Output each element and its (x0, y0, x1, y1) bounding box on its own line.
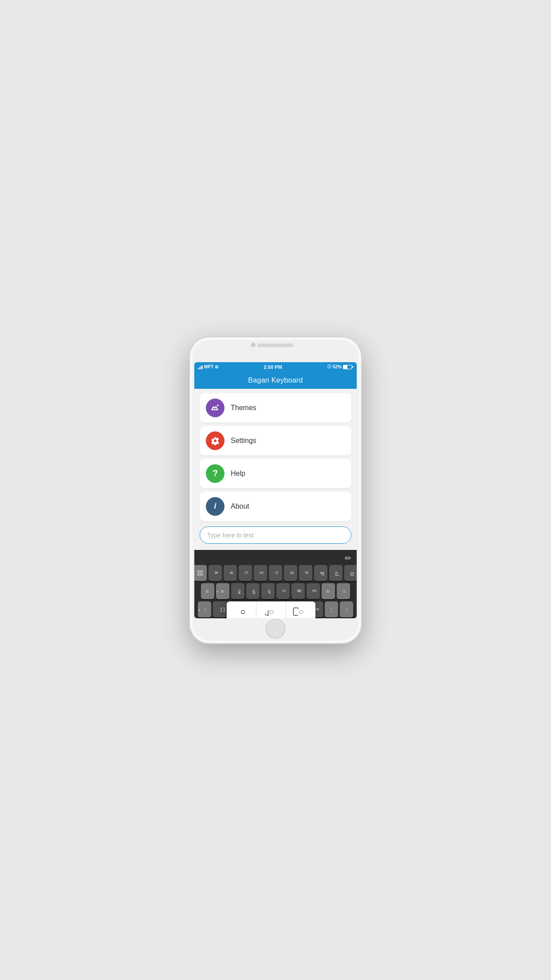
keyboard-toolbar-icon[interactable]: ✏ (345, 553, 351, 563)
keyboard-toolbar: ✏ (196, 553, 355, 565)
keyboard-row-1: ဿ ခ ဂ ဃ င ဆ ဇ ဈ ဉ ည (196, 565, 355, 581)
key-char-n[interactable]: ဎ (276, 583, 290, 599)
home-button[interactable] (266, 619, 285, 639)
key-char-e[interactable]: င (269, 565, 282, 581)
popup-char-1[interactable]: ဝ (227, 601, 256, 618)
front-camera (251, 343, 256, 347)
key-char-c[interactable]: ဂ (239, 565, 252, 581)
wifi-icon: ⊜ (215, 364, 218, 369)
battery-fill (343, 365, 347, 369)
svg-point-9 (201, 574, 203, 576)
keyboard-rows: ဿ ခ ဂ ဃ င ဆ ဇ ဈ ဉ ည (196, 565, 355, 618)
status-right: ⓘ 52% (327, 364, 353, 370)
key-e-vowel[interactable]: ေ (198, 601, 211, 617)
themes-icon (206, 399, 224, 417)
time-display: 2:50 PM (264, 364, 282, 370)
help-label: Help (231, 470, 245, 478)
help-icon: ? (206, 464, 224, 483)
battery-tip (352, 366, 353, 368)
character-popup: ဝ ျ ြ ၢ ၣ ၤ ၦ ၧ ၨ (227, 601, 315, 618)
key-char-p[interactable]: တ (307, 583, 320, 599)
svg-point-5 (200, 572, 201, 573)
settings-menu-item[interactable]: Settings (200, 426, 351, 455)
speaker-grille (258, 344, 293, 347)
popup-char-2[interactable]: ျ (256, 601, 286, 618)
help-menu-item[interactable]: ? Help (200, 459, 351, 488)
key-char-d[interactable]: ဃ (254, 565, 267, 581)
keyboard-row-3: ေ [ ] ထ ဒ ဓ န ပ ဖ : ၊ (196, 601, 355, 617)
key-ao[interactable]: ာ (201, 583, 214, 599)
svg-point-2 (200, 570, 201, 572)
navigation-bar: Bagan Keyboard (194, 372, 357, 389)
svg-point-3 (201, 570, 203, 572)
app-title: Bagan Keyboard (248, 376, 303, 384)
key-oo2[interactable]: ဝ (337, 583, 350, 599)
keyboard-row-2: ာ ော ဋ ဌ ဍ ဎ ဏ တ ာ ဝ (196, 583, 355, 599)
key-ao2[interactable]: ာ (322, 583, 335, 599)
key-char-m[interactable]: ဍ (261, 583, 275, 599)
test-input-placeholder: Type here to test (207, 532, 253, 539)
carrier-label: MPT (204, 364, 213, 369)
key-pipe[interactable]: ၊ (340, 601, 353, 617)
svg-point-7 (197, 574, 199, 576)
key-char-o[interactable]: ဏ (291, 583, 305, 599)
phone-frame: MPT ⊜ 2:50 PM ⓘ 52% Bagan Key (189, 336, 362, 644)
test-input-field[interactable]: Type here to test (200, 526, 351, 544)
svg-point-4 (197, 572, 199, 573)
key-char-g[interactable]: ဇ (299, 565, 312, 581)
popup-char-3[interactable]: ြ (286, 601, 315, 618)
battery-pct-label: 52% (333, 364, 342, 369)
themes-label: Themes (231, 404, 256, 412)
themes-menu-item[interactable]: Themes (200, 393, 351, 423)
key-char-i[interactable]: ဉ (329, 565, 342, 581)
key-oo[interactable]: ော (216, 583, 229, 599)
key-colon[interactable]: : (325, 601, 338, 617)
location-icon: ⓘ (327, 364, 331, 370)
signal-bars (198, 365, 203, 369)
status-bar: MPT ⊜ 2:50 PM ⓘ 52% (194, 362, 357, 372)
menu-list: Themes Settings ? (194, 389, 357, 550)
settings-icon (206, 431, 224, 450)
status-left: MPT ⊜ (198, 364, 218, 369)
key-numpad[interactable] (194, 565, 207, 581)
key-char-l[interactable]: ဌ (246, 583, 260, 599)
battery-indicator (343, 365, 353, 369)
settings-label: Settings (231, 437, 256, 445)
about-label: About (231, 502, 249, 510)
svg-point-6 (201, 572, 203, 573)
svg-point-1 (197, 570, 199, 572)
main-content: Themes Settings ? (194, 389, 357, 618)
svg-point-8 (200, 574, 201, 576)
about-menu-item[interactable]: i About (200, 492, 351, 521)
battery-body (343, 365, 352, 369)
key-char-a[interactable]: ဿ (209, 565, 222, 581)
key-char-f[interactable]: ဆ (284, 565, 297, 581)
key-char-h[interactable]: ဈ (314, 565, 327, 581)
key-char-k[interactable]: ဋ (231, 583, 244, 599)
about-icon: i (206, 497, 224, 516)
key-char-b[interactable]: ခ (224, 565, 237, 581)
svg-point-0 (217, 404, 218, 406)
keyboard: ✏ ဿ (194, 550, 357, 618)
popup-grid: ဝ ျ ြ ၢ ၣ ၤ ၦ ၧ ၨ (227, 601, 315, 618)
key-char-j[interactable]: ည (344, 565, 357, 581)
screen: MPT ⊜ 2:50 PM ⓘ 52% Bagan Key (194, 362, 357, 618)
